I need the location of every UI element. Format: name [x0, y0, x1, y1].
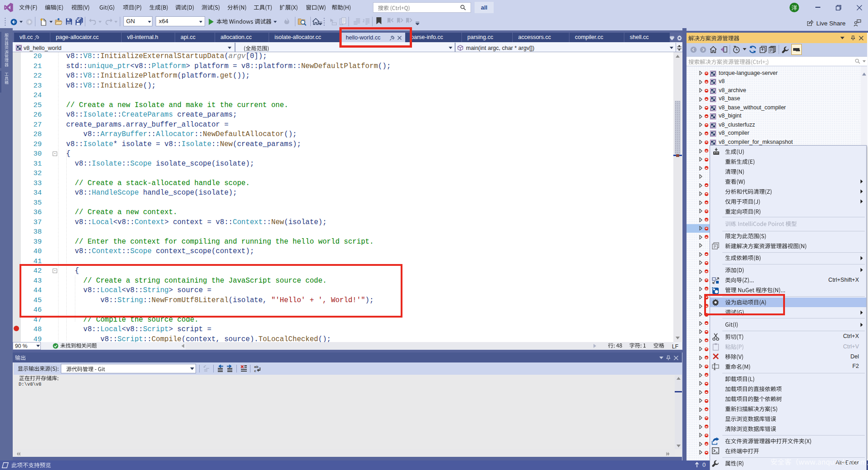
svg-text:c: c — [254, 369, 256, 373]
svg-text:ab: ab — [254, 365, 259, 369]
